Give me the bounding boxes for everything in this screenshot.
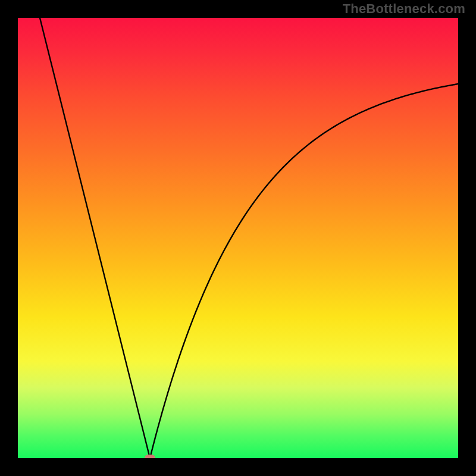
minimum-marker: [145, 455, 155, 458]
chart-canvas: TheBottleneck.com: [0, 0, 476, 476]
plot-area: [18, 18, 458, 458]
curve-overlay: [18, 18, 458, 458]
watermark-text: TheBottleneck.com: [343, 1, 465, 17]
bottleneck-curve: [40, 18, 458, 458]
